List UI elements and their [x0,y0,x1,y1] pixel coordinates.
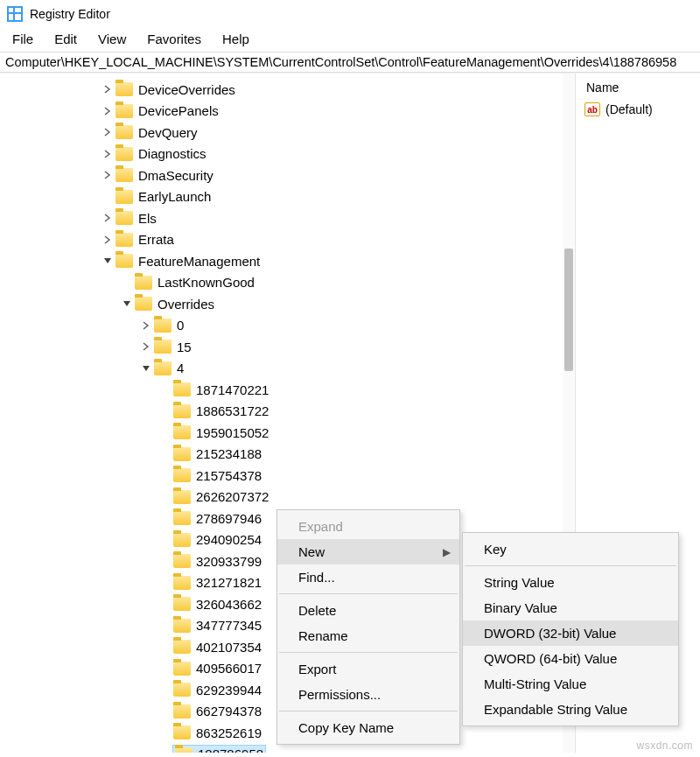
chevron-right-icon[interactable] [102,105,114,117]
tree-item[interactable]: DevQuery [0,122,575,144]
tree-item[interactable]: DeviceOverrides [0,79,575,101]
watermark: wsxdn.com [636,739,693,752]
tree-item-label: 4 [177,361,184,375]
ctx-delete[interactable]: Delete [277,598,459,623]
menu-file[interactable]: File [12,32,33,46]
context-submenu-new: Key String Value Binary Value DWORD (32-… [462,532,679,726]
ctx-permissions[interactable]: Permissions... [277,682,459,707]
folder-icon [173,619,191,633]
folder-icon [173,490,191,504]
tree-item-label: 863252619 [196,725,262,740]
tree-item-label: 662794378 [196,704,262,718]
ctx-rename[interactable]: Rename [277,623,459,648]
tree-item-label: 320933799 [196,554,262,569]
chevron-down-icon[interactable] [140,362,152,375]
chevron-right-icon[interactable] [140,319,152,332]
chevron-right-icon[interactable] [102,148,114,160]
chevron-right-icon[interactable] [102,126,114,138]
folder-icon [173,468,191,482]
svg-rect-1 [9,8,13,12]
tree-item-label: 215754378 [196,468,262,483]
tree-item[interactable]: Overrides [0,293,575,315]
folder-icon [173,597,191,611]
ctx-new-string[interactable]: String Value [463,570,678,595]
tree-item-label: 1871470221 [196,382,269,397]
tree-item[interactable]: 15 [0,336,575,358]
tree-item-label: 629239944 [196,683,262,697]
tree-item[interactable]: EarlyLaunch [0,186,575,208]
folder-icon [116,211,133,225]
tree-item-label: 1886531722 [196,403,269,418]
separator [279,593,458,594]
tree-item[interactable]: 2626207372 [0,487,575,508]
folder-icon [116,125,133,139]
ctx-new-binary[interactable]: Binary Value [463,595,678,620]
tree-item[interactable]: 0 [0,315,575,337]
tree-item-label: 294090254 [196,532,262,547]
chevron-right-icon[interactable] [102,169,114,181]
tree-item[interactable]: 1959015052 [0,422,575,444]
tree-item[interactable]: 1886531722 [0,401,575,423]
address-bar[interactable]: Computer\HKEY_LOCAL_MACHINE\SYSTEM\Curre… [0,52,700,73]
menu-favorites[interactable]: Favorites [147,32,201,46]
tree-item[interactable]: 1871470221 [0,379,575,401]
menu-view[interactable]: View [98,32,126,46]
scrollbar-thumb[interactable] [564,249,573,371]
folder-icon [173,640,191,654]
tree-item[interactable]: 4 [0,358,575,380]
tree-item[interactable]: DmaSecurity [0,165,575,186]
ctx-new-multistring[interactable]: Multi-String Value [463,671,678,697]
chevron-right-icon[interactable] [102,83,114,95]
chevron-right-icon[interactable] [140,340,152,353]
chevron-down-icon[interactable] [102,255,114,267]
menu-help[interactable]: Help [222,32,249,46]
ctx-export[interactable]: Export [277,656,459,682]
chevron-right-icon[interactable] [102,212,114,224]
separator [465,565,676,566]
string-value-icon: ab [584,102,600,116]
ctx-new-qword[interactable]: QWORD (64-bit) Value [463,646,678,671]
tree-item-label: EarlyLaunch [138,189,211,204]
folder-icon [175,747,192,753]
folder-icon [173,511,191,525]
ctx-new-dword[interactable]: DWORD (32-bit) Value [463,620,678,646]
folder-icon [154,361,172,375]
folder-icon [173,662,191,676]
tree-item-label: LastKnownGood [158,275,255,290]
ctx-new-expandstring[interactable]: Expandable String Value [463,697,678,722]
ctx-find[interactable]: Find... [277,564,459,590]
folder-icon [173,404,191,418]
tree-item-label: Overrides [158,297,214,312]
ctx-copy-key-name[interactable]: Copy Key Name [277,715,459,740]
tree-item[interactable]: 215234188 [0,444,575,466]
ctx-new-key[interactable]: Key [463,536,678,562]
menu-edit[interactable]: Edit [54,32,77,46]
tree-item[interactable]: DevicePanels [0,101,575,123]
tree-item[interactable]: 215754378 [0,465,575,487]
tree-item-label: 278697946 [196,511,262,526]
folder-icon [173,425,191,439]
tree-item-label: 402107354 [196,640,262,655]
column-header-name[interactable]: Name [579,79,696,101]
chevron-right-icon[interactable] [102,234,114,246]
folder-icon [116,147,133,161]
svg-rect-2 [15,8,21,12]
ctx-expand: Expand [277,514,459,539]
tree-item[interactable]: Diagnostics [0,144,575,165]
tree-item[interactable]: FeatureManagement [0,250,575,272]
tree-item[interactable]: 188786958 [0,744,575,753]
ctx-new[interactable]: New ▶ [277,539,459,564]
menubar: File Edit View Favorites Help [0,28,700,52]
folder-icon [173,704,191,718]
tree-item[interactable]: Errata [0,229,575,251]
chevron-down-icon[interactable] [121,298,133,310]
tree-item-label: 347777345 [196,618,262,633]
tree-item-label: 0 [177,318,184,333]
value-row-default[interactable]: ab (Default) [579,101,696,118]
folder-icon [135,276,152,290]
tree-item[interactable]: LastKnownGood [0,272,575,294]
folder-icon [173,382,191,396]
tree-item-label: 409566017 [196,661,262,676]
tree-item-label: DeviceOverrides [138,82,235,97]
tree-item[interactable]: Els [0,207,575,229]
